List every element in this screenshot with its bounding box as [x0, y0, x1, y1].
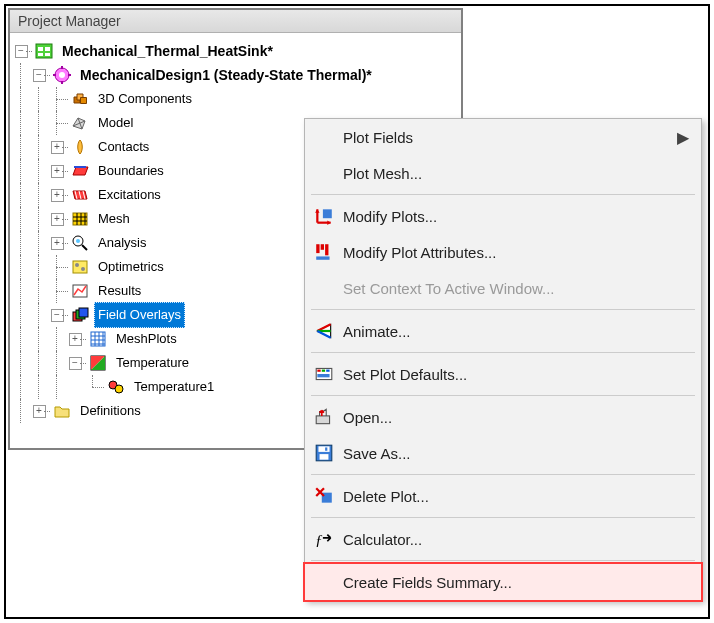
menu-item-plot-fields[interactable]: Plot Fields ▶ — [305, 119, 701, 155]
expander-icon[interactable]: − — [33, 69, 46, 82]
svg-rect-1 — [38, 47, 43, 51]
project-icon — [34, 42, 54, 60]
menu-label: Animate... — [343, 323, 677, 340]
expander-icon[interactable]: + — [51, 189, 64, 202]
svg-point-22 — [81, 267, 85, 271]
contacts-icon — [70, 138, 90, 156]
tree-label: Contacts — [94, 134, 153, 160]
modify-attributes-icon — [305, 242, 343, 262]
save-as-icon — [305, 443, 343, 463]
svg-rect-41 — [321, 244, 324, 250]
svg-point-18 — [76, 239, 80, 243]
menu-label: Set Plot Defaults... — [343, 366, 677, 383]
svg-rect-39 — [323, 209, 332, 218]
menu-label: Modify Plot Attributes... — [343, 244, 677, 261]
svg-rect-52 — [320, 454, 329, 460]
temperature-item-icon — [106, 378, 126, 396]
svg-rect-49 — [316, 416, 329, 424]
svg-rect-46 — [322, 370, 325, 372]
tree-label: Excitations — [94, 182, 165, 208]
menu-separator — [311, 395, 695, 396]
svg-rect-20 — [73, 261, 87, 273]
menu-item-delete-plot[interactable]: Delete Plot... — [305, 478, 701, 514]
tree-node-root[interactable]: − Mechanical_Thermal_HeatSink* — [12, 39, 457, 63]
menu-separator — [311, 474, 695, 475]
menu-label: Set Context To Active Window... — [343, 280, 677, 297]
svg-rect-26 — [79, 308, 88, 317]
svg-rect-43 — [316, 256, 329, 259]
menu-label: Open... — [343, 409, 677, 426]
svg-rect-4 — [45, 53, 50, 56]
svg-point-36 — [115, 385, 123, 393]
svg-point-6 — [59, 72, 65, 78]
menu-item-calculator[interactable]: ƒ Calculator... — [305, 521, 701, 557]
menu-separator — [311, 517, 695, 518]
results-icon — [70, 282, 90, 300]
tree-label: Boundaries — [94, 158, 168, 184]
tree-label: Results — [94, 278, 145, 304]
expander-icon[interactable]: − — [15, 45, 28, 58]
expander-icon[interactable]: − — [51, 309, 64, 322]
expander-icon[interactable]: + — [51, 165, 64, 178]
tree-label: Mesh — [94, 206, 134, 232]
menu-label: Create Fields Summary... — [343, 574, 677, 591]
plot-defaults-icon — [305, 364, 343, 384]
tree-label: Temperature — [112, 350, 193, 376]
svg-rect-3 — [38, 53, 43, 56]
menu-item-plot-mesh[interactable]: Plot Mesh... — [305, 155, 701, 191]
meshplots-icon — [88, 330, 108, 348]
expander-icon[interactable]: + — [69, 333, 82, 346]
excitations-icon — [70, 186, 90, 204]
menu-separator — [311, 352, 695, 353]
expander-icon[interactable]: − — [69, 357, 82, 370]
svg-point-21 — [75, 263, 79, 267]
svg-rect-40 — [316, 244, 319, 253]
menu-label: Calculator... — [343, 531, 677, 548]
submenu-arrow-icon: ▶ — [677, 128, 701, 147]
menu-item-create-fields-summary[interactable]: Create Fields Summary... — [305, 564, 701, 600]
tree-label: MeshPlots — [112, 326, 181, 352]
expander-icon[interactable]: + — [51, 141, 64, 154]
folder-icon — [52, 402, 72, 420]
delete-plot-icon — [305, 486, 343, 506]
menu-item-animate[interactable]: Animate... — [305, 313, 701, 349]
expander-icon[interactable]: + — [51, 237, 64, 250]
menu-item-save-as[interactable]: Save As... — [305, 435, 701, 471]
menu-item-open[interactable]: Open... — [305, 399, 701, 435]
context-menu: Plot Fields ▶ Plot Mesh... Modify Plots.… — [304, 118, 702, 601]
expander-icon[interactable]: + — [51, 213, 64, 226]
menu-separator — [311, 309, 695, 310]
tree-label: Analysis — [94, 230, 150, 256]
menu-label: Modify Plots... — [343, 208, 677, 225]
menu-label: Save As... — [343, 445, 677, 462]
menu-item-set-context: Set Context To Active Window... — [305, 270, 701, 306]
tree-node-design[interactable]: − MechanicalDesign1 (Steady-State Therma… — [12, 63, 457, 87]
menu-item-set-plot-defaults[interactable]: Set Plot Defaults... — [305, 356, 701, 392]
analysis-icon — [70, 234, 90, 252]
tree-label: Optimetrics — [94, 254, 168, 280]
svg-rect-48 — [317, 374, 329, 377]
mesh-icon — [70, 210, 90, 228]
tree-label: Definitions — [76, 398, 145, 424]
tree-label: Temperature1 — [130, 374, 218, 400]
modify-plots-icon — [305, 206, 343, 226]
svg-rect-42 — [325, 244, 328, 255]
menu-item-modify-plot-attributes[interactable]: Modify Plot Attributes... — [305, 234, 701, 270]
animate-icon — [305, 321, 343, 341]
tree-label-selected: Field Overlays — [94, 302, 185, 328]
svg-rect-45 — [317, 370, 320, 372]
tree-label: Mechanical_Thermal_HeatSink* — [58, 38, 277, 64]
tree-node-3dcomponents[interactable]: 3D Components — [12, 87, 457, 111]
design-gear-icon — [52, 66, 72, 84]
menu-item-modify-plots[interactable]: Modify Plots... — [305, 198, 701, 234]
svg-rect-2 — [45, 47, 50, 51]
calculator-icon: ƒ — [305, 529, 343, 549]
expander-icon[interactable]: + — [33, 405, 46, 418]
menu-label: Plot Fields — [343, 129, 677, 146]
menu-label: Plot Mesh... — [343, 165, 677, 182]
model-icon — [70, 114, 90, 132]
temperature-icon — [88, 354, 108, 372]
optimetrics-icon — [70, 258, 90, 276]
field-overlays-icon — [70, 306, 90, 324]
components-icon — [70, 90, 90, 108]
